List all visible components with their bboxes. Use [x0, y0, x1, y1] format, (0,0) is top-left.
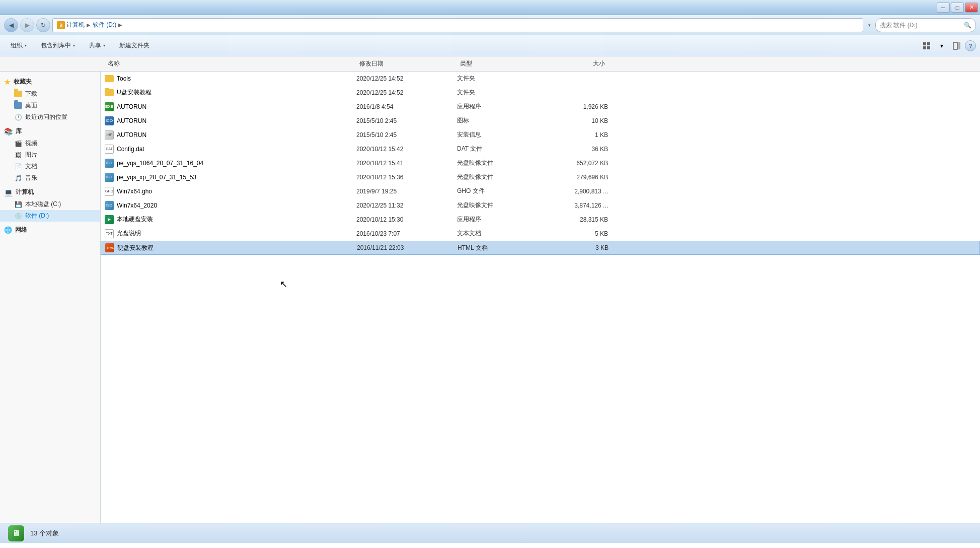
breadcrumb-computer[interactable]: 🖥 计算机 — [57, 21, 85, 29]
file-date: 2015/5/10 2:45 — [356, 131, 457, 139]
view-toggle-button[interactable] — [920, 39, 934, 53]
file-name-cell: EXE AUTORUN — [105, 102, 356, 111]
table-row[interactable]: ICO AUTORUN 2015/5/10 2:45 图标 10 KB — [101, 114, 980, 128]
table-row[interactable]: U盘安装教程 2020/12/25 14:52 文件夹 — [101, 86, 980, 100]
sidebar-item-desktop[interactable]: 桌面 — [0, 100, 100, 111]
back-button[interactable]: ◀ — [4, 18, 18, 32]
sidebar-section-network: 🌐 网络 — [0, 224, 100, 236]
file-name-cell: TXT 光盘说明 — [105, 229, 356, 238]
file-type: 文本文档 — [457, 229, 548, 238]
table-row[interactable]: GHO Win7x64.gho 2019/9/7 19:25 GHO 文件 2,… — [101, 184, 980, 198]
col-type[interactable]: 类型 — [457, 58, 548, 69]
table-row[interactable]: ISO Win7x64_2020 2020/12/25 11:32 光盘映像文件… — [101, 198, 980, 213]
table-row[interactable]: Tools 2020/12/25 14:52 文件夹 — [101, 72, 980, 86]
file-date: 2020/10/12 15:30 — [356, 216, 457, 223]
file-name-cell: Tools — [105, 75, 356, 82]
sidebar-libraries-header[interactable]: 📚 库 — [0, 125, 100, 138]
sidebar-item-local-c[interactable]: 💾 本地磁盘 (C:) — [0, 198, 100, 210]
star-icon: ★ — [4, 78, 11, 86]
file-name: Config.dat — [117, 146, 144, 153]
pc-icon: 💻 — [4, 188, 13, 196]
table-row[interactable]: HTML 硬盘安装教程 2016/11/21 22:03 HTML 文档 3 K… — [101, 241, 980, 255]
file-icon — [105, 75, 114, 82]
file-name: AUTORUN — [117, 131, 146, 139]
col-name[interactable]: 名称 — [105, 58, 356, 69]
table-row[interactable]: TXT 光盘说明 2016/10/23 7:07 文本文档 5 KB — [101, 227, 980, 241]
file-size: 3 KB — [548, 244, 609, 251]
title-bar: ─ □ ✕ — [0, 0, 980, 15]
table-row[interactable]: ▶ 本地硬盘安装 2020/10/12 15:30 应用程序 28,315 KB — [101, 213, 980, 227]
help-button[interactable]: ? — [965, 40, 976, 51]
file-date: 2020/10/12 15:41 — [356, 160, 457, 167]
file-icon: ISO — [105, 159, 114, 168]
file-type: DAT 文件 — [457, 145, 548, 153]
breadcrumb-dropdown[interactable]: ▾ — [865, 18, 873, 32]
file-icon: GHO — [105, 187, 114, 196]
details-view-button[interactable]: ▾ — [935, 39, 949, 53]
file-name: pe_yqs_xp_20_07_31_15_53 — [117, 174, 196, 181]
svg-rect-3 — [927, 46, 930, 49]
table-row[interactable]: INF AUTORUN 2015/5/10 2:45 安装信息 1 KB — [101, 128, 980, 142]
sidebar-item-software-d[interactable]: 💿 软件 (D:) — [0, 210, 100, 222]
file-name-cell: U盘安装教程 — [105, 88, 356, 97]
sidebar-computer-header[interactable]: 💻 计算机 — [0, 186, 100, 198]
table-row[interactable]: EXE AUTORUN 2016/1/8 4:54 应用程序 1,926 KB — [101, 100, 980, 114]
table-row[interactable]: DAT Config.dat 2020/10/12 15:42 DAT 文件 3… — [101, 142, 980, 156]
file-icon: EXE — [105, 102, 114, 111]
file-date: 2016/1/8 4:54 — [356, 103, 457, 110]
file-size: 28,315 KB — [548, 216, 608, 223]
search-icon[interactable]: 🔍 — [964, 22, 971, 29]
view-buttons: ▾ — [920, 39, 964, 53]
sidebar-network-header[interactable]: 🌐 网络 — [0, 224, 100, 236]
drive-d-icon: 💿 — [14, 212, 22, 220]
sidebar-item-recent[interactable]: 🕐 最近访问的位置 — [0, 111, 100, 123]
sidebar-item-pictures[interactable]: 🖼 图片 — [0, 149, 100, 161]
breadcrumb-drive[interactable]: 软件 (D:) — [93, 21, 116, 29]
file-icon — [105, 89, 114, 96]
file-type: 应用程序 — [457, 102, 548, 111]
organize-button[interactable]: 组织 ▾ — [4, 37, 33, 54]
file-name-cell: GHO Win7x64.gho — [105, 187, 356, 196]
pictures-icon: 🖼 — [14, 151, 22, 159]
search-input[interactable] — [880, 22, 962, 29]
new-folder-button[interactable]: 新建文件夹 — [113, 37, 156, 54]
computer-icon: 🖥 — [57, 21, 65, 29]
recent-icon: 🕐 — [14, 113, 22, 121]
close-button[interactable]: ✕ — [965, 3, 978, 13]
table-row[interactable]: ISO pe_yqs_1064_20_07_31_16_04 2020/10/1… — [101, 156, 980, 170]
maximize-button[interactable]: □ — [951, 3, 964, 13]
sidebar-item-documents[interactable]: 📄 文档 — [0, 161, 100, 172]
file-name-cell: ISO Win7x64_2020 — [105, 201, 356, 210]
organize-arrow: ▾ — [25, 43, 27, 48]
sidebar-section-favorites: ★ 收藏夹 下载 桌面 🕐 最近访问的位置 — [0, 76, 100, 123]
file-size: 5 KB — [548, 230, 608, 237]
file-date: 2020/12/25 14:52 — [356, 89, 457, 96]
minimize-button[interactable]: ─ — [937, 3, 950, 13]
col-modified[interactable]: 修改日期 — [356, 58, 457, 69]
sidebar-item-music[interactable]: 🎵 音乐 — [0, 172, 100, 184]
column-header: 名称 修改日期 类型 大小 — [0, 56, 980, 72]
show-preview-button[interactable] — [950, 39, 964, 53]
include-library-button[interactable]: 包含到库中 ▾ — [34, 37, 82, 54]
forward-button[interactable]: ▶ — [20, 18, 34, 32]
file-icon: ▶ — [105, 215, 114, 224]
col-size[interactable]: 大小 — [548, 58, 608, 69]
file-size: 1,926 KB — [548, 103, 608, 110]
address-bar: ◀ ▶ ↻ 🖥 计算机 ▶ 软件 (D:) ▶ ▾ 🔍 — [0, 15, 980, 35]
content-area: Tools 2020/12/25 14:52 文件夹 U盘安装教程 2020/1… — [101, 72, 980, 523]
file-icon: TXT — [105, 229, 114, 238]
videos-icon: 🎬 — [14, 140, 22, 148]
sidebar-item-downloads[interactable]: 下载 — [0, 88, 100, 100]
sidebar-favorites-header[interactable]: ★ 收藏夹 — [0, 76, 100, 88]
file-type: 光盘映像文件 — [457, 159, 548, 167]
table-row[interactable]: ISO pe_yqs_xp_20_07_31_15_53 2020/10/12 … — [101, 170, 980, 184]
breadcrumb-end-arrow: ▶ — [118, 22, 122, 28]
share-button[interactable]: 共享 ▾ — [83, 37, 112, 54]
svg-rect-0 — [923, 42, 926, 45]
share-arrow: ▾ — [103, 43, 105, 48]
file-name-cell: DAT Config.dat — [105, 145, 356, 154]
file-name-cell: INF AUTORUN — [105, 130, 356, 140]
file-name: Win7x64_2020 — [117, 202, 157, 209]
refresh-button[interactable]: ↻ — [36, 18, 50, 32]
sidebar-item-videos[interactable]: 🎬 视频 — [0, 138, 100, 149]
